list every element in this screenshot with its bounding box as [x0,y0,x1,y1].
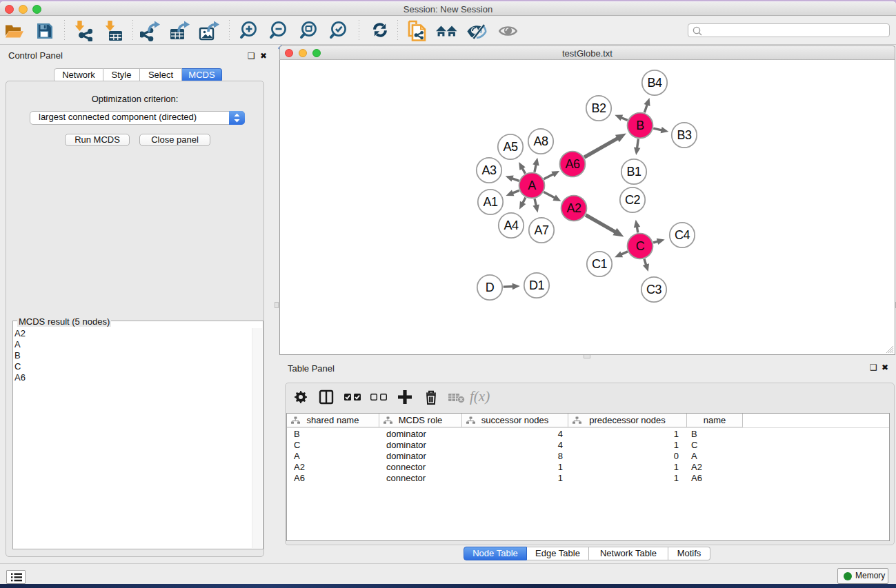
svg-text:B: B [636,119,644,132]
svg-text:C3: C3 [646,283,661,296]
svg-text:C2: C2 [625,193,640,207]
svg-text:B4: B4 [647,76,662,90]
svg-text:A6: A6 [565,157,580,171]
svg-text:C: C [636,239,645,253]
svg-text:A2: A2 [566,201,581,215]
svg-text:A5: A5 [503,140,518,154]
svg-text:C4: C4 [675,228,690,242]
svg-text:f(x): f(x) [470,388,490,405]
svg-text:B1: B1 [626,165,641,179]
svg-text:C1: C1 [592,257,607,271]
svg-text:D1: D1 [529,278,544,292]
svg-text:A1: A1 [483,195,498,209]
svg-text:A8: A8 [533,134,548,148]
svg-text:D: D [486,281,495,294]
svg-text:A4: A4 [504,219,519,232]
svg-text:B3: B3 [677,128,692,142]
svg-text:B2: B2 [591,101,606,115]
svg-text:A3: A3 [481,163,497,177]
svg-text:A: A [528,179,536,192]
svg-text:A7: A7 [534,223,549,237]
